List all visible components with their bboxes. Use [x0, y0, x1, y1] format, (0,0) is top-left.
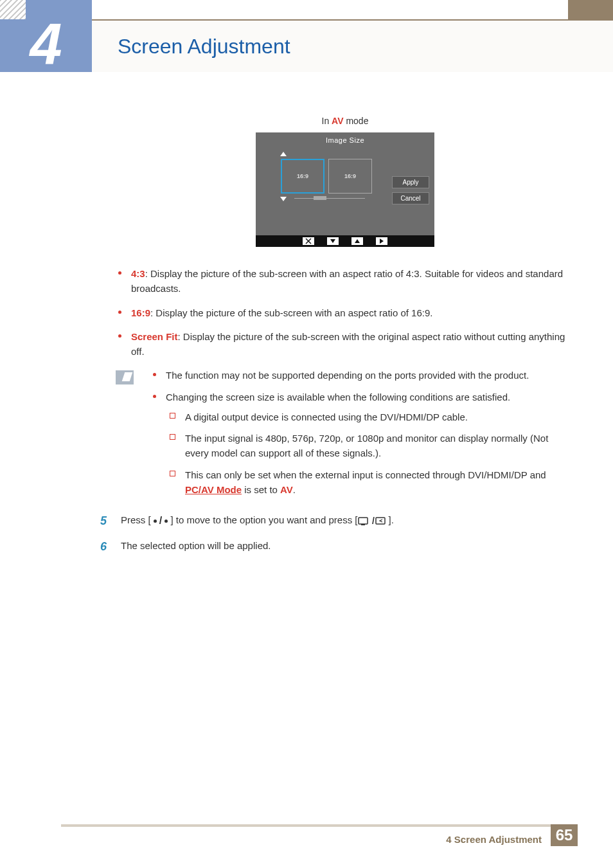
svg-marker-3	[355, 239, 360, 243]
osd-option: 16:9	[328, 159, 372, 194]
page-header: 4 Screen Adjustment	[0, 19, 613, 72]
s3-av: AV	[280, 484, 293, 495]
list-item: Screen Fit: Display the picture of the s…	[116, 329, 574, 359]
s3-mid: is set to	[242, 484, 280, 495]
s5-a: Press [	[121, 514, 154, 525]
s3-end: .	[293, 484, 296, 495]
svg-marker-2	[330, 239, 335, 243]
scroll-indicator	[294, 196, 365, 201]
step-number: 6	[100, 538, 111, 556]
s3-lead: This can only be set when the external i…	[185, 469, 546, 480]
term-16-9: 16:9	[131, 307, 150, 318]
step-6: 6 The selected option will be applied.	[100, 538, 574, 556]
close-key-icon	[303, 237, 314, 245]
desc-16-9: : Display the picture of the sub-screen …	[150, 307, 432, 318]
list-item: 16:9: Display the picture of the sub-scr…	[116, 305, 574, 320]
dot-slash-dot-icon: /	[154, 513, 168, 529]
page-title: Screen Adjustment	[92, 19, 613, 72]
note-item: The function may not be supported depend…	[152, 368, 574, 383]
svg-marker-4	[380, 239, 384, 244]
desc-4-3: : Display the picture of the sub-screen …	[131, 268, 563, 294]
osd-caption: In AV mode	[116, 116, 574, 126]
page-footer: 4 Screen Adjustment 65	[61, 824, 578, 846]
osd-screenshot: Image Size 16:9 16:9 Apply Cancel	[256, 132, 434, 247]
step-5: 5 Press [ / ] to move to the option you …	[100, 512, 574, 530]
caption-prefix: In	[322, 116, 332, 126]
chapter-block: 4	[0, 19, 92, 72]
osd-apply-button: Apply	[392, 176, 429, 188]
caption-mode: AV	[332, 116, 343, 126]
desc-screen-fit: : Display the picture of the sub-screen …	[131, 331, 565, 357]
svg-rect-5	[359, 518, 368, 524]
caption-suffix: mode	[344, 116, 369, 126]
s6-body: The selected option will be applied.	[121, 538, 574, 556]
svg-rect-6	[361, 524, 365, 525]
feature-list: 4:3: Display the picture of the sub-scre…	[116, 266, 574, 359]
svg-text:/: /	[372, 516, 375, 526]
up-arrow-icon	[280, 152, 287, 156]
osd-option-selected: 16:9	[281, 159, 324, 194]
osd-cancel-button: Cancel	[392, 192, 429, 204]
list-item: 4:3: Display the picture of the sub-scre…	[116, 266, 574, 296]
sub-item: The input signal is 480p, 576p, 720p, or…	[166, 431, 574, 461]
down-key-icon	[327, 237, 339, 245]
note-item: Changing the screen size is available wh…	[152, 390, 574, 498]
page-number: 65	[551, 824, 578, 846]
note-icon	[116, 370, 134, 384]
note-lead: Changing the screen size is available wh…	[166, 392, 510, 402]
step-number: 5	[100, 512, 111, 530]
term-screen-fit: Screen Fit	[131, 331, 178, 342]
pc-av-mode-link[interactable]: PC/AV Mode	[185, 484, 242, 495]
term-4-3: 4:3	[131, 268, 145, 279]
source-enter-icon: /	[358, 515, 389, 525]
step-list: 5 Press [ / ] to move to the option you …	[116, 512, 574, 556]
sub-item: This can only be set when the external i…	[166, 467, 574, 498]
up-key-icon	[351, 237, 363, 245]
s5-c: ].	[389, 514, 394, 525]
osd-footer-keys	[256, 235, 434, 247]
sub-item: A digital output device is connected usi…	[166, 410, 574, 424]
note-block: The function may not be supported depend…	[116, 368, 574, 503]
down-arrow-icon	[280, 197, 287, 201]
footer-label: 4 Screen Adjustment	[446, 834, 542, 845]
osd-title: Image Size	[256, 132, 434, 148]
right-key-icon	[376, 237, 387, 245]
s5-b: ] to move to the option you want and pre…	[168, 514, 357, 525]
chapter-number: 4	[30, 15, 62, 73]
